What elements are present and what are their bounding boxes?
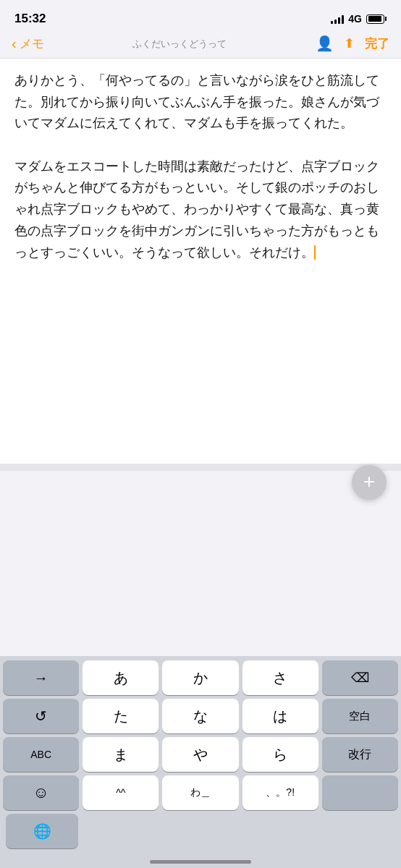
- key-sa[interactable]: さ: [242, 660, 318, 695]
- key-arrow[interactable]: →: [3, 660, 79, 695]
- plus-icon: +: [363, 472, 375, 492]
- back-label: メモ: [20, 35, 44, 52]
- key-double-caret[interactable]: ^^: [83, 775, 159, 810]
- home-indicator: [0, 854, 401, 868]
- status-time: 15:32: [14, 12, 46, 26]
- nav-title-area: ふくだいっくどうって: [44, 37, 316, 51]
- status-bar: 15:32 4G: [0, 0, 401, 32]
- key-abc[interactable]: ABC: [3, 737, 79, 772]
- key-punctuation[interactable]: 、。?!: [242, 775, 318, 810]
- status-icons: 4G: [331, 13, 387, 25]
- key-undo[interactable]: ↺: [3, 699, 79, 733]
- key-a[interactable]: あ: [83, 660, 159, 695]
- key-ha[interactable]: は: [242, 699, 318, 733]
- key-delete[interactable]: ⌫: [322, 660, 398, 695]
- keyboard-separator: [0, 464, 401, 471]
- key-empty[interactable]: [322, 775, 398, 810]
- note-content: ありかとう、「何やってるの」と言いながら涙をひと筋流してた。別れてから振り向いて…: [0, 59, 401, 464]
- key-ra[interactable]: ら: [242, 737, 318, 772]
- nav-actions: 👤 ⬆ 完了: [316, 35, 389, 52]
- network-label: 4G: [348, 13, 362, 25]
- key-emoji[interactable]: ☺: [3, 775, 79, 810]
- key-na[interactable]: な: [162, 699, 238, 733]
- battery-icon: [366, 14, 387, 24]
- keyboard-rows: → あ か さ ⌫ ↺ た な は 空白 ABC ま や ら 改行 ☺ ^^ わ…: [0, 656, 401, 854]
- note-text: ありかとう、「何やってるの」と言いながら涙をひと筋流してた。別れてから振り向いて…: [14, 70, 387, 263]
- nav-bar: ‹ メモ ふくだいっくどうって 👤 ⬆ 完了: [0, 32, 401, 59]
- key-ta[interactable]: た: [83, 699, 159, 733]
- share-icon[interactable]: ⬆: [344, 35, 355, 51]
- keyboard-area: → あ か さ ⌫ ↺ た な は 空白 ABC ま や ら 改行 ☺ ^^ わ…: [0, 656, 401, 868]
- key-return[interactable]: 改行: [322, 737, 398, 772]
- key-wa[interactable]: わ＿: [162, 775, 238, 810]
- key-ka[interactable]: か: [162, 660, 238, 695]
- key-space[interactable]: 空白: [322, 699, 398, 733]
- keyboard-row-5: 🌐: [3, 814, 398, 848]
- back-button[interactable]: ‹ メモ: [12, 35, 44, 52]
- key-globe[interactable]: 🌐: [6, 814, 78, 848]
- chevron-left-icon: ‹: [12, 36, 17, 51]
- key-ya[interactable]: や: [162, 737, 238, 772]
- done-button[interactable]: 完了: [365, 35, 389, 52]
- keyboard-row-4: ☺ ^^ わ＿ 、。?!: [3, 775, 398, 810]
- keyboard-row-1: → あ か さ ⌫: [3, 660, 398, 695]
- add-button[interactable]: +: [352, 465, 387, 500]
- key-ma[interactable]: ま: [83, 737, 159, 772]
- signal-icon: [331, 14, 344, 24]
- person-add-icon[interactable]: 👤: [316, 35, 334, 52]
- keyboard-row-3: ABC ま や ら 改行: [3, 737, 398, 772]
- text-cursor: [314, 245, 316, 260]
- home-bar: [150, 860, 251, 864]
- nav-title: ふくだいっくどうって: [132, 38, 227, 49]
- keyboard-row-2: ↺ た な は 空白: [3, 699, 398, 733]
